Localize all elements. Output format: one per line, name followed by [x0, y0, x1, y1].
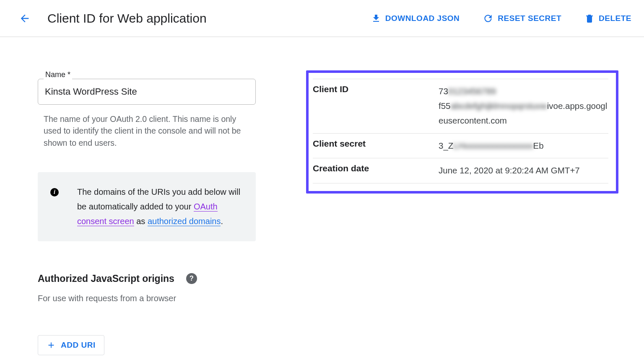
download-icon — [371, 13, 381, 23]
client-secret-suffix: Eb — [533, 141, 544, 150]
header-actions: DOWNLOAD JSON RESET SECRET DELETE — [371, 13, 631, 24]
client-id-l2-blur: abcdefghijklmnopqrstuvw — [451, 99, 547, 114]
left-column: Name * The name of your OAuth 2.0 client… — [38, 70, 256, 355]
trash-icon — [584, 13, 595, 23]
client-id-line1: 730123456789 — [439, 84, 608, 99]
client-secret-value-wrap: 3_ZLHxxxxxxxxxxxxxxxxEb — [439, 139, 608, 153]
creation-date-row: Creation date June 12, 2020 at 9:20:24 A… — [313, 158, 608, 183]
info-icon-wrap: i — [50, 185, 59, 229]
client-secret-prefix: 3_Z — [439, 141, 453, 150]
client-secret-blur: LHxxxxxxxxxxxxxxxx — [453, 139, 533, 153]
back-button[interactable] — [15, 8, 35, 28]
name-input[interactable] — [38, 79, 256, 105]
reset-secret-label: RESET SECRET — [498, 14, 561, 23]
download-json-label: DOWNLOAD JSON — [385, 14, 460, 23]
plus-icon — [47, 341, 56, 350]
creation-date-value-wrap: June 12, 2020 at 9:20:24 AM GMT+7 — [439, 163, 608, 178]
creation-date-label: Creation date — [313, 163, 439, 173]
client-id-label: Client ID — [313, 84, 439, 94]
add-uri-button[interactable]: ADD URI — [38, 335, 104, 355]
refresh-icon — [483, 13, 493, 24]
info-box: i The domains of the URIs you add below … — [38, 172, 256, 241]
info-text-suffix: . — [221, 217, 223, 226]
client-secret-row: Client secret 3_ZLHxxxxxxxxxxxxxxxxEb — [313, 134, 608, 159]
help-icon[interactable]: ? — [186, 273, 197, 284]
info-icon: i — [50, 188, 59, 196]
info-text-mid: as — [134, 217, 148, 226]
origins-title-row: Authorized JavaScript origins ? — [38, 273, 256, 284]
download-json-button[interactable]: DOWNLOAD JSON — [371, 13, 460, 23]
client-id-blur1: 0123456789 — [448, 84, 496, 99]
delete-button[interactable]: DELETE — [584, 13, 631, 23]
client-id-line2: f55abcdefghijklmnopqrstuvwivoe.apps.goog… — [439, 99, 608, 128]
client-id-l2-prefix: f55 — [439, 101, 451, 111]
delete-label: DELETE — [599, 14, 631, 23]
client-id-value-wrap: 730123456789 f55abcdefghijklmnopqrstuvwi… — [439, 84, 608, 128]
client-id-row: Client ID 730123456789 f55abcdefghijklmn… — [313, 79, 608, 134]
header-bar: Client ID for Web application DOWNLOAD J… — [0, 0, 644, 37]
name-field-label: Name * — [44, 70, 72, 79]
page-title: Client ID for Web application — [47, 11, 371, 26]
info-box-text: The domains of the URIs you add below wi… — [77, 185, 241, 229]
reset-secret-button[interactable]: RESET SECRET — [483, 13, 561, 24]
add-uri-label: ADD URI — [61, 341, 96, 350]
authorized-domains-link[interactable]: authorized domains — [148, 217, 221, 226]
right-column: Client ID 730123456789 f55abcdefghijklmn… — [306, 70, 627, 355]
client-secret-label: Client secret — [313, 139, 439, 149]
origins-title: Authorized JavaScript origins — [38, 273, 174, 284]
client-id-prefix: 73 — [439, 86, 448, 96]
credentials-box: Client ID 730123456789 f55abcdefghijklmn… — [306, 70, 618, 194]
origins-sub: For use with requests from a browser — [38, 294, 256, 303]
arrow-left-icon — [19, 13, 31, 24]
name-help-text: The name of your OAuth 2.0 client. This … — [38, 113, 256, 149]
creation-date-value: June 12, 2020 at 9:20:24 AM GMT+7 — [439, 163, 608, 178]
client-secret-value: 3_ZLHxxxxxxxxxxxxxxxxEb — [439, 139, 608, 153]
main-content: Name * The name of your OAuth 2.0 client… — [0, 37, 644, 355]
